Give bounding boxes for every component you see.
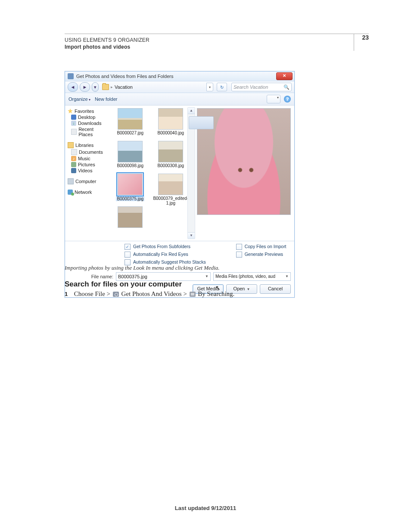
sidebar-computer[interactable]: Computer [67,178,108,185]
file-item[interactable]: B0000379_edited-1.jpg [153,174,189,205]
thumbnail-icon [118,206,143,228]
music-icon [71,156,76,161]
chevron-down-icon: ▼ [205,273,209,280]
file-item[interactable]: B0000040.jpg [153,108,189,140]
checkbox-checked-icon: ✓ [125,244,131,250]
refresh-button[interactable]: ↻ [217,83,227,91]
sidebar-desktop[interactable]: Desktop [67,114,108,120]
dialog-window: Get Photos and Videos from Files and Fol… [65,71,295,298]
sidebar-favorites[interactable]: Favorites [67,108,108,114]
scroll-thumb[interactable] [189,116,214,129]
toolbar-organize[interactable]: Organize [68,96,90,102]
step-number: 1 [65,291,72,297]
header-line2: Import photos and videos [65,44,149,50]
nav-back-button[interactable]: ◄ [68,82,78,92]
section-heading: Search for files on your computer [65,280,182,289]
documents-icon [71,149,77,155]
cancel-button[interactable]: Cancel [260,284,291,294]
file-item[interactable] [112,206,148,238]
star-icon [68,109,73,114]
breadcrumb-location: Vacation [115,84,133,90]
location-dropdown[interactable]: ▾ [206,83,213,91]
figure-caption: Importing photos by using the Look In me… [65,264,220,271]
dialog-title-text: Get Photos and Videos from Files and Fol… [76,74,276,79]
search-icon: 🔍 [283,84,290,90]
file-name: B0000027.jpg [112,131,148,135]
opt-copy-on-import[interactable]: Copy Files on Import [236,244,286,250]
file-list[interactable]: ▲ ▼ B0000027.jpg B0000040.jpg B0000098.j… [109,106,194,241]
page-number: 23 [357,34,369,41]
file-item[interactable]: B0000098.jpg [112,141,148,173]
nav-sidebar: Favorites Desktop Downloads Recent Place… [65,106,109,241]
breadcrumb[interactable]: ▸ Vacation [102,84,133,90]
scroll-up-button[interactable]: ▲ [188,108,195,114]
step-text-3: By Searching. [198,290,234,297]
thumbnail-icon [118,141,143,162]
page-number-rule [354,34,354,51]
figure-dialog: Get Photos and Videos from Files and Fol… [65,71,294,298]
close-button[interactable]: ✕ [276,72,293,80]
header-rule [65,34,369,34]
file-list-scrollbar[interactable]: ▲ ▼ [187,107,195,239]
chevron-down-icon: ▼ [247,287,250,291]
file-item[interactable]: B0000027.jpg [112,108,148,140]
computer-icon [68,178,74,184]
step-1: 1 Choose File > Get Photos And Videos > … [65,290,234,298]
view-options-button[interactable] [267,95,280,103]
page-footer: Last updated 9/12/2011 [0,505,411,511]
network-icon [68,190,73,195]
thumbnail-icon [118,174,143,195]
nav-forward-button[interactable]: ► [80,82,90,92]
scroll-down-button[interactable]: ▼ [188,232,195,239]
pictures-icon [71,162,76,167]
sidebar-pictures[interactable]: Pictures [67,162,108,168]
downloads-icon [71,121,76,126]
sidebar-documents[interactable]: Documents [67,149,108,156]
thumbnail-icon [158,174,183,195]
file-name: B0000375.jpg [116,196,144,201]
file-item-selected[interactable]: B0000375.jpg [112,174,148,205]
camera-icon [113,292,119,297]
file-type-filter[interactable]: Media Files (photos, video, aud▼ [213,272,291,281]
filename-label: File name: [68,274,113,279]
desktop-icon [71,115,76,120]
search-box-icon [190,292,196,297]
file-item[interactable]: B0000308.jpg [153,141,189,173]
filename-field[interactable]: B0000375.jpg▼ [116,272,211,281]
step-text-1: Choose File > [74,290,112,297]
header-line1: USING ELEMENTS 9 ORGANIZER [65,37,149,43]
chevron-down-icon: ▼ [285,273,289,280]
sidebar-downloads[interactable]: Downloads [67,120,108,126]
breadcrumb-separator-icon: ▸ [111,85,113,89]
search-input[interactable]: Search Vacation 🔍 [231,83,292,91]
nav-history-dropdown[interactable]: ▾ [92,82,99,92]
step-text-2: Get Photos And Videos > [121,290,189,297]
opt-generate-previews[interactable]: Generate Previews [236,252,286,258]
videos-icon [71,168,76,173]
checkbox-icon [125,252,131,258]
file-name: B0000098.jpg [112,163,148,168]
recent-icon [71,129,77,135]
libraries-icon [68,142,74,148]
file-name: B0000308.jpg [153,163,189,168]
dialog-titlebar[interactable]: Get Photos and Videos from Files and Fol… [65,72,294,81]
opt-subfolders[interactable]: ✓Get Photos From Subfolders [125,244,206,250]
opt-redeye[interactable]: Automatically Fix Red Eyes [125,252,206,258]
checkbox-icon [236,252,242,258]
checkbox-icon [236,244,242,250]
dialog-toolbar: Organize New folder ? [65,93,294,106]
thumbnail-icon [158,141,183,162]
sidebar-network[interactable]: Network [67,189,108,195]
sidebar-recent-places[interactable]: Recent Places [67,126,108,137]
help-button[interactable]: ? [284,96,291,103]
search-placeholder: Search Vacation [234,84,268,90]
sidebar-music[interactable]: Music [67,156,108,162]
sidebar-libraries[interactable]: Libraries [67,142,108,149]
file-name: B0000379_edited-1.jpg [153,196,189,205]
thumbnail-icon [118,108,143,130]
page-number-box: 23 [357,34,369,41]
thumbnail-icon [158,108,183,130]
sidebar-videos[interactable]: Videos [67,168,108,174]
dialog-app-icon [68,73,74,79]
toolbar-new-folder[interactable]: New folder [95,96,118,102]
